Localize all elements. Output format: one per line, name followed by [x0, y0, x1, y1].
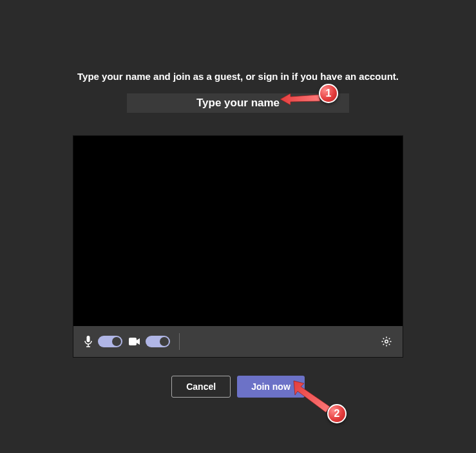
camera-control-group: [129, 336, 170, 347]
controls-divider: [179, 333, 180, 350]
preview-card: [73, 135, 403, 358]
guest-name-input[interactable]: [127, 93, 349, 113]
device-settings-button[interactable]: [381, 336, 392, 347]
video-preview: [73, 136, 403, 326]
microphone-icon: [84, 336, 93, 347]
action-buttons-row: Cancel Join now: [171, 376, 305, 398]
annotation-badge: 2: [327, 404, 347, 423]
svg-rect-3: [129, 338, 137, 345]
media-controls-bar: [73, 326, 403, 357]
name-input-container: [127, 93, 349, 113]
camera-toggle[interactable]: [146, 336, 170, 347]
cancel-button[interactable]: Cancel: [171, 376, 231, 398]
mic-control-group: [84, 336, 122, 347]
svg-rect-0: [87, 336, 90, 342]
mic-toggle[interactable]: [98, 336, 122, 347]
join-now-button[interactable]: Join now: [237, 376, 305, 398]
svg-point-4: [385, 340, 388, 343]
gear-icon: [381, 336, 392, 347]
join-meeting-panel: Type your name and join as a guest, or s…: [0, 0, 476, 398]
instruction-text: Type your name and join as a guest, or s…: [77, 71, 399, 82]
camera-icon: [129, 338, 140, 345]
